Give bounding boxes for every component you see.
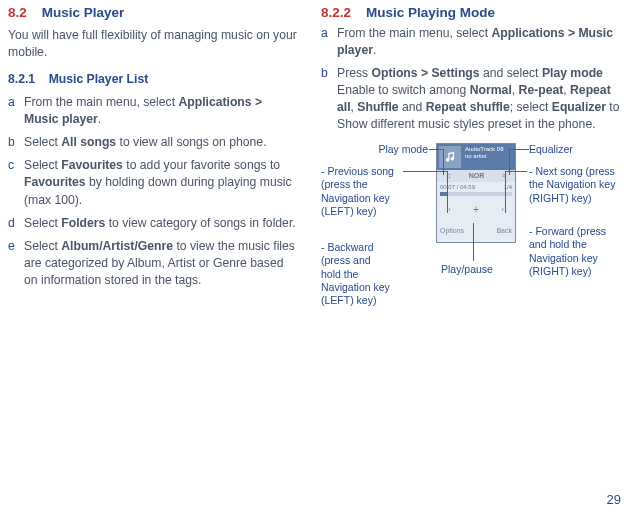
subsection-title: Music Playing Mode: [366, 4, 495, 23]
label-backward: - Backward (press and hold the Navigatio…: [321, 241, 391, 307]
step-body: Select All songs to view all songs on ph…: [24, 134, 267, 151]
softkey-row: Options Back: [437, 224, 515, 238]
player-diagram: AudioTrack 08 no artist ♫ NOR ≡ 00:07 / …: [321, 143, 621, 363]
bold: Favourites: [61, 158, 123, 172]
bold: Normal: [470, 83, 512, 97]
bold: All songs: [61, 135, 116, 149]
bold: Play mode: [542, 66, 603, 80]
text: to view category of songs in folder.: [105, 216, 295, 230]
text: to add your favorite songs to: [123, 158, 280, 172]
text: Select: [24, 135, 61, 149]
label-next-song: - Next song (press the Navigation key (R…: [529, 165, 619, 204]
phone-screenshot: AudioTrack 08 no artist ♫ NOR ≡ 00:07 / …: [436, 143, 516, 243]
step-body: Press Options > Settings and select Play…: [337, 65, 621, 133]
text: Select: [24, 158, 61, 172]
text: ,: [512, 83, 519, 97]
text: ; select: [510, 100, 552, 114]
text: Select: [24, 239, 61, 253]
bold: Shuffle: [357, 100, 398, 114]
step-letter: b: [321, 65, 337, 133]
callout-line: [505, 171, 527, 172]
label-equalizer: Equalizer: [529, 143, 573, 156]
bold: Repeat shuffle: [426, 100, 510, 114]
label-forward: - Forward (press and hold the Navigation…: [529, 225, 624, 278]
callout-line: [447, 171, 448, 213]
text: to view all songs on phone.: [116, 135, 266, 149]
now-playing-header: AudioTrack 08 no artist: [437, 144, 515, 170]
prev-icon: ‹: [448, 205, 450, 215]
softkey-left: Options: [440, 226, 464, 236]
section-number: 8.2: [8, 4, 27, 23]
page-number: 29: [607, 491, 621, 509]
next-icon: ›: [501, 205, 503, 215]
section-title: Music Player: [42, 4, 125, 23]
text: Enable to switch among: [337, 83, 470, 97]
progress-bar: [440, 192, 512, 196]
transport-controls: ‹ + ›: [437, 196, 515, 224]
text: Select: [24, 216, 61, 230]
step-letter: e: [8, 238, 24, 289]
step-c: c Select Favourites to add your favorite…: [8, 157, 297, 208]
callout-line: [429, 149, 443, 150]
step-e: e Select Album/Artist/Genre to view the …: [8, 238, 297, 289]
text: From the main menu, select: [24, 95, 178, 109]
bold: Folders: [61, 216, 105, 230]
step-letter: d: [8, 215, 24, 232]
subsection-number: 8.2.2: [321, 4, 351, 23]
subsection-heading: 8.2.2 Music Playing Mode: [321, 4, 621, 23]
subsection-number: 8.2.1: [8, 71, 35, 88]
step-body: Select Album/Artist/Genre to view the mu…: [24, 238, 297, 289]
step-a: a From the main menu, select Application…: [321, 25, 621, 59]
track-info: AudioTrack 08 no artist: [463, 144, 503, 170]
bold: Options > Settings: [372, 66, 480, 80]
label-play-mode: Play mode: [373, 143, 428, 156]
step-b: b Select All songs to view all songs on …: [8, 134, 297, 151]
step-body: From the main menu, select Applications …: [337, 25, 621, 59]
text: Press: [337, 66, 372, 80]
text: .: [373, 43, 376, 57]
bold: Re-peat: [519, 83, 564, 97]
subsection-title: Music Player List: [49, 71, 149, 88]
text: From the main menu, select: [337, 26, 491, 40]
softkey-right: Back: [496, 226, 512, 236]
step-a: a From the main menu, select Application…: [8, 94, 297, 128]
section-intro: You will have full flexibility of managi…: [8, 27, 297, 61]
step-d: d Select Folders to view category of son…: [8, 215, 297, 232]
label-previous-song: - Previous song (press the Navigation ke…: [321, 165, 401, 218]
callout-line: [473, 223, 474, 261]
play-pause-icon: +: [473, 205, 479, 215]
callout-line: [403, 171, 447, 172]
label-play-pause: Play/pause: [441, 263, 493, 276]
step-b: b Press Options > Settings and select Pl…: [321, 65, 621, 133]
track-artist: no artist: [465, 153, 503, 160]
step-letter: a: [8, 94, 24, 128]
step-letter: b: [8, 134, 24, 151]
mode-indicator: NOR: [469, 171, 485, 181]
mode-bar: ♫ NOR ≡: [437, 170, 515, 182]
text: and: [399, 100, 426, 114]
subsection-heading: 8.2.1 Music Player List: [8, 71, 297, 88]
track-title: AudioTrack 08: [465, 146, 503, 153]
step-body: Select Folders to view category of songs…: [24, 215, 296, 232]
bold: Equalizer: [552, 100, 606, 114]
time-elapsed: 00:07 / 04:59: [440, 183, 475, 191]
step-letter: a: [321, 25, 337, 59]
text: and select: [480, 66, 542, 80]
time-row: 00:07 / 04:59 1/4: [437, 182, 515, 192]
text: .: [98, 112, 101, 126]
callout-line: [509, 149, 517, 150]
bold: Album/Artist/Genre: [61, 239, 173, 253]
step-body: From the main menu, select Applications …: [24, 94, 297, 128]
callout-line: [517, 149, 529, 150]
bold: Favourites: [24, 175, 86, 189]
callout-line: [505, 171, 506, 213]
step-letter: c: [8, 157, 24, 208]
step-body: Select Favourites to add your favorite s…: [24, 157, 297, 208]
section-heading: 8.2 Music Player: [8, 4, 297, 23]
